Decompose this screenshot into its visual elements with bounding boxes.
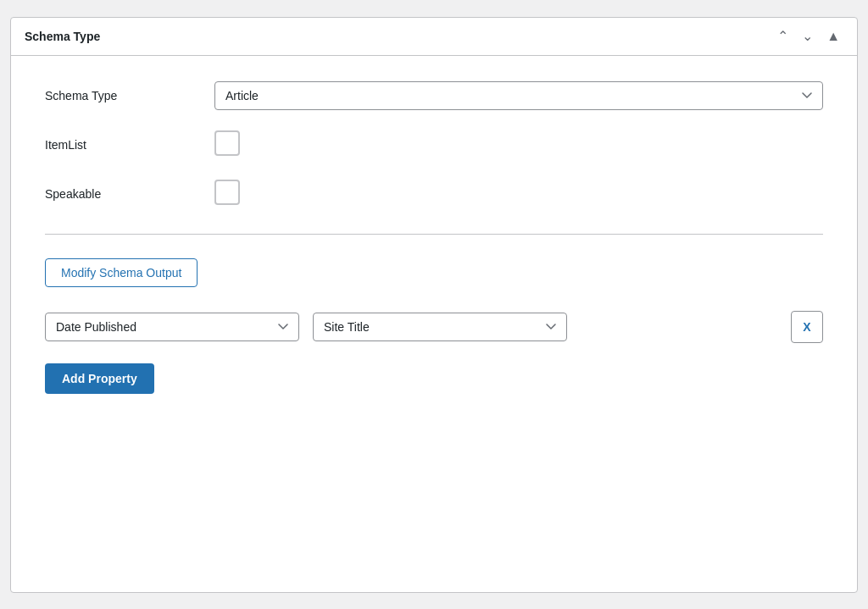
property-row: Date Published Date Modified Author Head…: [45, 311, 823, 343]
delete-property-button[interactable]: X: [791, 311, 823, 343]
schema-type-label: Schema Type: [45, 89, 214, 102]
property-name-select[interactable]: Date Published Date Modified Author Head…: [45, 313, 299, 341]
speakable-control: [214, 180, 823, 208]
itemlist-control: [214, 130, 823, 159]
move-down-button[interactable]: ⌄: [798, 28, 816, 45]
collapse-button[interactable]: ▲: [823, 28, 843, 45]
schema-type-select[interactable]: Article NewsArticle BlogPosting WebPage: [214, 81, 823, 110]
schema-type-control: Article NewsArticle BlogPosting WebPage: [214, 81, 823, 110]
property-value-select[interactable]: Site Title Post Title Author Name Custom: [313, 313, 567, 341]
move-up-button[interactable]: ⌃: [774, 28, 792, 45]
itemlist-label: ItemList: [45, 138, 214, 152]
add-property-button[interactable]: Add Property: [45, 363, 154, 394]
speakable-checkbox[interactable]: [214, 180, 240, 205]
speakable-label: Speakable: [45, 187, 214, 201]
itemlist-checkbox[interactable]: [214, 130, 240, 156]
modify-schema-button[interactable]: Modify Schema Output: [45, 258, 198, 287]
panel-title: Schema Type: [25, 30, 100, 43]
section-divider: [45, 234, 823, 235]
panel-controls: ⌃ ⌄ ▲: [774, 28, 843, 45]
panel-body: Schema Type Article NewsArticle BlogPost…: [11, 56, 857, 428]
panel-header: Schema Type ⌃ ⌄ ▲: [11, 18, 857, 56]
schema-type-panel: Schema Type ⌃ ⌄ ▲ Schema Type Article Ne…: [10, 17, 858, 593]
speakable-row: Speakable: [45, 180, 823, 208]
schema-type-row: Schema Type Article NewsArticle BlogPost…: [45, 81, 823, 110]
itemlist-row: ItemList: [45, 130, 823, 159]
form-section-schema: Schema Type Article NewsArticle BlogPost…: [45, 81, 823, 208]
